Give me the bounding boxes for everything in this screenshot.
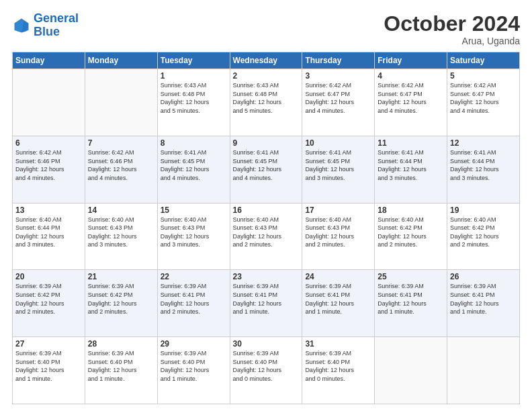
- day-info: Sunrise: 6:39 AM Sunset: 6:42 PM Dayligh…: [88, 282, 154, 316]
- calendar-header-row: SundayMondayTuesdayWednesdayThursdayFrid…: [13, 52, 520, 69]
- calendar-cell: 12Sunrise: 6:41 AM Sunset: 6:44 PM Dayli…: [447, 136, 520, 203]
- calendar-cell: 19Sunrise: 6:40 AM Sunset: 6:42 PM Dayli…: [447, 203, 520, 270]
- day-info: Sunrise: 6:39 AM Sunset: 6:41 PM Dayligh…: [305, 282, 371, 316]
- day-info: Sunrise: 6:39 AM Sunset: 6:40 PM Dayligh…: [15, 349, 82, 383]
- day-info: Sunrise: 6:42 AM Sunset: 6:47 PM Dayligh…: [305, 81, 371, 115]
- weekday-header: Monday: [85, 52, 157, 69]
- weekday-header: Friday: [375, 52, 447, 69]
- day-number: 21: [88, 272, 154, 281]
- day-number: 10: [305, 138, 371, 148]
- location: Arua, Uganda: [384, 36, 520, 46]
- day-info: Sunrise: 6:39 AM Sunset: 6:41 PM Dayligh…: [378, 282, 444, 316]
- calendar-cell: 3Sunrise: 6:42 AM Sunset: 6:47 PM Daylig…: [302, 69, 375, 136]
- calendar-cell: 14Sunrise: 6:40 AM Sunset: 6:43 PM Dayli…: [85, 203, 157, 270]
- day-number: 5: [450, 71, 517, 81]
- page: General Blue October 2024 Arua, Uganda S…: [0, 0, 532, 411]
- day-info: Sunrise: 6:39 AM Sunset: 6:41 PM Dayligh…: [233, 282, 300, 316]
- calendar-cell: 23Sunrise: 6:39 AM Sunset: 6:41 PM Dayli…: [230, 270, 302, 337]
- day-number: 9: [233, 138, 300, 148]
- day-number: 6: [15, 138, 82, 148]
- weekday-header: Tuesday: [157, 52, 230, 69]
- day-number: 30: [233, 339, 300, 349]
- day-number: 11: [378, 138, 444, 148]
- day-number: 13: [15, 205, 82, 215]
- day-number: 26: [450, 272, 517, 281]
- day-info: Sunrise: 6:40 AM Sunset: 6:43 PM Dayligh…: [88, 216, 154, 249]
- day-number: 19: [450, 205, 517, 215]
- day-info: Sunrise: 6:39 AM Sunset: 6:42 PM Dayligh…: [15, 282, 82, 316]
- day-number: 4: [378, 71, 444, 81]
- calendar-cell: [375, 337, 447, 404]
- day-info: Sunrise: 6:40 AM Sunset: 6:43 PM Dayligh…: [233, 216, 300, 249]
- day-info: Sunrise: 6:39 AM Sunset: 6:41 PM Dayligh…: [161, 282, 227, 316]
- day-number: 12: [450, 138, 517, 148]
- calendar-cell: [13, 69, 85, 136]
- day-number: 2: [233, 71, 300, 81]
- calendar-week-row: 6Sunrise: 6:42 AM Sunset: 6:46 PM Daylig…: [13, 136, 520, 203]
- month-title: October 2024: [384, 12, 520, 36]
- day-info: Sunrise: 6:39 AM Sunset: 6:40 PM Dayligh…: [305, 349, 371, 383]
- day-number: 29: [161, 339, 227, 349]
- day-number: 25: [378, 272, 444, 281]
- title-block: October 2024 Arua, Uganda: [384, 12, 520, 46]
- calendar-cell: 6Sunrise: 6:42 AM Sunset: 6:46 PM Daylig…: [13, 136, 85, 203]
- calendar-cell: 11Sunrise: 6:41 AM Sunset: 6:44 PM Dayli…: [375, 136, 447, 203]
- day-number: 23: [233, 272, 300, 281]
- day-info: Sunrise: 6:42 AM Sunset: 6:46 PM Dayligh…: [88, 148, 154, 182]
- calendar-cell: 9Sunrise: 6:41 AM Sunset: 6:45 PM Daylig…: [230, 136, 302, 203]
- calendar-table: SundayMondayTuesdayWednesdayThursdayFrid…: [12, 52, 520, 404]
- day-info: Sunrise: 6:42 AM Sunset: 6:47 PM Dayligh…: [450, 81, 517, 115]
- calendar-cell: 28Sunrise: 6:39 AM Sunset: 6:40 PM Dayli…: [85, 337, 157, 404]
- day-number: 27: [15, 339, 82, 349]
- calendar-cell: 27Sunrise: 6:39 AM Sunset: 6:40 PM Dayli…: [13, 337, 85, 404]
- day-number: 22: [161, 272, 227, 281]
- calendar-week-row: 20Sunrise: 6:39 AM Sunset: 6:42 PM Dayli…: [13, 270, 520, 337]
- calendar-cell: [85, 69, 157, 136]
- calendar-cell: 18Sunrise: 6:40 AM Sunset: 6:42 PM Dayli…: [375, 203, 447, 270]
- day-number: 3: [305, 71, 371, 81]
- day-number: 31: [305, 339, 371, 349]
- day-info: Sunrise: 6:40 AM Sunset: 6:42 PM Dayligh…: [378, 216, 444, 249]
- calendar-cell: 21Sunrise: 6:39 AM Sunset: 6:42 PM Dayli…: [85, 270, 157, 337]
- calendar-cell: 1Sunrise: 6:43 AM Sunset: 6:48 PM Daylig…: [157, 69, 230, 136]
- calendar-cell: 4Sunrise: 6:42 AM Sunset: 6:47 PM Daylig…: [375, 69, 447, 136]
- weekday-header: Wednesday: [230, 52, 302, 69]
- day-number: 18: [378, 205, 444, 215]
- calendar-cell: 25Sunrise: 6:39 AM Sunset: 6:41 PM Dayli…: [375, 270, 447, 337]
- calendar-cell: 30Sunrise: 6:39 AM Sunset: 6:40 PM Dayli…: [230, 337, 302, 404]
- day-info: Sunrise: 6:41 AM Sunset: 6:45 PM Dayligh…: [233, 148, 300, 182]
- calendar-week-row: 1Sunrise: 6:43 AM Sunset: 6:48 PM Daylig…: [13, 69, 520, 136]
- weekday-header: Thursday: [302, 52, 375, 69]
- calendar-cell: 7Sunrise: 6:42 AM Sunset: 6:46 PM Daylig…: [85, 136, 157, 203]
- day-number: 14: [88, 205, 154, 215]
- day-info: Sunrise: 6:39 AM Sunset: 6:40 PM Dayligh…: [161, 349, 227, 383]
- day-info: Sunrise: 6:42 AM Sunset: 6:46 PM Dayligh…: [15, 148, 82, 182]
- calendar-week-row: 13Sunrise: 6:40 AM Sunset: 6:44 PM Dayli…: [13, 203, 520, 270]
- day-info: Sunrise: 6:43 AM Sunset: 6:48 PM Dayligh…: [233, 81, 300, 115]
- calendar-cell: 31Sunrise: 6:39 AM Sunset: 6:40 PM Dayli…: [302, 337, 375, 404]
- day-number: 17: [305, 205, 371, 215]
- header: General Blue October 2024 Arua, Uganda: [12, 12, 520, 46]
- day-info: Sunrise: 6:41 AM Sunset: 6:45 PM Dayligh…: [161, 148, 227, 182]
- day-info: Sunrise: 6:43 AM Sunset: 6:48 PM Dayligh…: [161, 81, 227, 115]
- calendar-cell: 15Sunrise: 6:40 AM Sunset: 6:43 PM Dayli…: [157, 203, 230, 270]
- day-info: Sunrise: 6:39 AM Sunset: 6:41 PM Dayligh…: [450, 282, 517, 316]
- calendar-cell: 22Sunrise: 6:39 AM Sunset: 6:41 PM Dayli…: [157, 270, 230, 337]
- day-number: 8: [161, 138, 227, 148]
- weekday-header: Sunday: [13, 52, 85, 69]
- calendar-cell: 17Sunrise: 6:40 AM Sunset: 6:43 PM Dayli…: [302, 203, 375, 270]
- weekday-header: Saturday: [447, 52, 520, 69]
- calendar-cell: 13Sunrise: 6:40 AM Sunset: 6:44 PM Dayli…: [13, 203, 85, 270]
- day-number: 16: [233, 205, 300, 215]
- calendar-cell: 20Sunrise: 6:39 AM Sunset: 6:42 PM Dayli…: [13, 270, 85, 337]
- day-info: Sunrise: 6:39 AM Sunset: 6:40 PM Dayligh…: [88, 349, 154, 383]
- day-info: Sunrise: 6:41 AM Sunset: 6:45 PM Dayligh…: [305, 148, 371, 182]
- day-number: 20: [15, 272, 82, 281]
- day-number: 28: [88, 339, 154, 349]
- day-number: 7: [88, 138, 154, 148]
- calendar-cell: [447, 337, 520, 404]
- calendar-cell: 5Sunrise: 6:42 AM Sunset: 6:47 PM Daylig…: [447, 69, 520, 136]
- day-info: Sunrise: 6:40 AM Sunset: 6:42 PM Dayligh…: [450, 216, 517, 249]
- logo-icon: [12, 16, 31, 35]
- day-info: Sunrise: 6:41 AM Sunset: 6:44 PM Dayligh…: [378, 148, 444, 182]
